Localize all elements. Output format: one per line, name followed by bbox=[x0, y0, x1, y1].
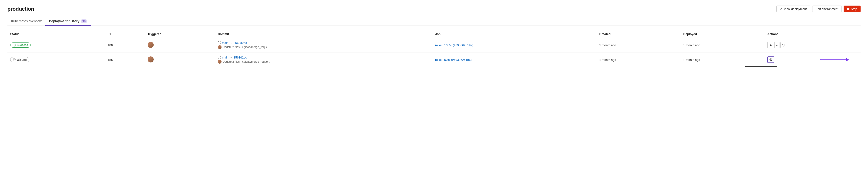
id-cell: 185 bbox=[105, 52, 145, 67]
actions-container: ▶ ⌄ bbox=[767, 42, 858, 48]
deployments-table: Status ID Triggerer Commit Job Created D… bbox=[7, 30, 861, 67]
header-actions: ↗ View deployment Edit environment Stop bbox=[776, 6, 861, 12]
actions-cell: Rollback environment bbox=[765, 52, 861, 67]
view-deployment-button[interactable]: ↗ View deployment bbox=[776, 6, 810, 12]
retry-button[interactable] bbox=[780, 42, 787, 48]
commit-info: ⛶ main → 8563d2dc Update 2 files - /.gi bbox=[218, 56, 430, 64]
run-button[interactable]: ▶ bbox=[767, 42, 774, 48]
col-commit: Commit bbox=[215, 30, 432, 38]
col-actions: Actions bbox=[765, 30, 861, 38]
svg-point-2 bbox=[14, 59, 15, 60]
stop-button[interactable]: Stop bbox=[844, 6, 861, 12]
commit-cell: ⛶ main → 8563d2dc Update 2 files - /.gi bbox=[215, 52, 432, 67]
col-id: ID bbox=[105, 30, 145, 38]
check-circle-icon bbox=[13, 44, 16, 46]
commit-description-line: Update 2 files - /.gitlab/merge_reque... bbox=[218, 60, 430, 64]
commit-branch-line: ⛶ main → 8563d2dc bbox=[218, 41, 430, 44]
tabs-bar: Kubernetes overview Deployment history 9… bbox=[7, 17, 861, 26]
actions-container: Rollback environment bbox=[767, 57, 858, 63]
status-cell: Waiting bbox=[7, 52, 105, 67]
commit-description-line: Update 2 files - /.gitlab/merge_reque... bbox=[218, 45, 430, 49]
run-button-group: ▶ ⌄ bbox=[767, 42, 779, 48]
col-deployed: Deployed bbox=[681, 30, 765, 38]
status-cell: Success bbox=[7, 38, 105, 52]
branch-icon: ⛶ bbox=[218, 41, 221, 44]
job-link[interactable]: rollout 50% (#6933625186) bbox=[435, 58, 472, 62]
table-row: Success 186 ⛶ main bbox=[7, 38, 861, 52]
table-row: Waiting 185 ⛶ main bbox=[7, 52, 861, 67]
commit-avatar bbox=[218, 45, 221, 49]
created-cell: 1 month ago bbox=[596, 38, 680, 52]
deployed-cell: 1 month ago bbox=[681, 38, 765, 52]
svg-point-1 bbox=[13, 59, 16, 61]
triggerer-cell bbox=[145, 52, 215, 67]
created-cell: 1 month ago bbox=[596, 52, 680, 67]
edit-environment-button[interactable]: Edit environment bbox=[812, 6, 842, 12]
id-cell: 186 bbox=[105, 38, 145, 52]
branch-icon: ⛶ bbox=[218, 56, 221, 59]
commit-hash-link[interactable]: 8563d2dc bbox=[234, 56, 247, 59]
run-dropdown-button[interactable]: ⌄ bbox=[774, 42, 779, 48]
commit-avatar bbox=[218, 60, 221, 64]
external-link-icon: ↗ bbox=[780, 7, 782, 11]
commit-branch-link[interactable]: main bbox=[222, 41, 228, 44]
job-link[interactable]: rollout 100% (#6933625192) bbox=[435, 43, 473, 47]
avatar bbox=[148, 57, 154, 63]
deployed-cell: 1 month ago bbox=[681, 52, 765, 67]
commit-branch-link[interactable]: main bbox=[222, 56, 228, 59]
actions-cell: ▶ ⌄ bbox=[765, 38, 861, 52]
job-cell: rollout 50% (#6933625186) bbox=[432, 52, 596, 67]
rollback-tooltip: Rollback environment bbox=[745, 66, 777, 67]
status-badge-success: Success bbox=[10, 42, 31, 47]
commit-info: ⛶ main → 8563d2dc Update 2 files - /.gi bbox=[218, 41, 430, 49]
page-wrapper: production ↗ View deployment Edit enviro… bbox=[0, 0, 868, 67]
rollback-icon bbox=[769, 58, 772, 61]
col-created: Created bbox=[596, 30, 680, 38]
arrow-line bbox=[820, 60, 846, 60]
commit-branch-line: ⛶ main → 8563d2dc bbox=[218, 56, 430, 59]
rollback-button[interactable] bbox=[767, 57, 774, 63]
retry-icon bbox=[782, 43, 785, 47]
status-badge-waiting: Waiting bbox=[10, 57, 29, 62]
commit-cell: ⛶ main → 8563d2dc Update 2 files - /.gi bbox=[215, 38, 432, 52]
table-header-row: Status ID Triggerer Commit Job Created D… bbox=[7, 30, 861, 38]
page-header: production ↗ View deployment Edit enviro… bbox=[7, 6, 861, 12]
tab-deployment-history[interactable]: Deployment history 98 bbox=[45, 17, 91, 26]
arrow-icon: → bbox=[230, 41, 232, 44]
triggerer-cell bbox=[145, 38, 215, 52]
stop-icon bbox=[847, 8, 849, 10]
waiting-icon bbox=[13, 58, 16, 61]
commit-hash-link[interactable]: 8563d2dc bbox=[234, 41, 247, 44]
avatar bbox=[148, 42, 154, 48]
job-cell: rollout 100% (#6933625192) bbox=[432, 38, 596, 52]
rollback-arrow bbox=[820, 58, 849, 62]
rollback-tooltip-wrapper: Rollback environment bbox=[767, 57, 774, 63]
col-job: Job bbox=[432, 30, 596, 38]
col-triggerer: Triggerer bbox=[145, 30, 215, 38]
col-status: Status bbox=[7, 30, 105, 38]
page-title: production bbox=[7, 6, 34, 12]
deployment-count-badge: 98 bbox=[81, 19, 87, 23]
arrow-icon: → bbox=[230, 56, 232, 59]
svg-point-0 bbox=[13, 44, 16, 46]
arrow-head-icon bbox=[846, 58, 849, 62]
tab-kubernetes[interactable]: Kubernetes overview bbox=[7, 17, 45, 26]
